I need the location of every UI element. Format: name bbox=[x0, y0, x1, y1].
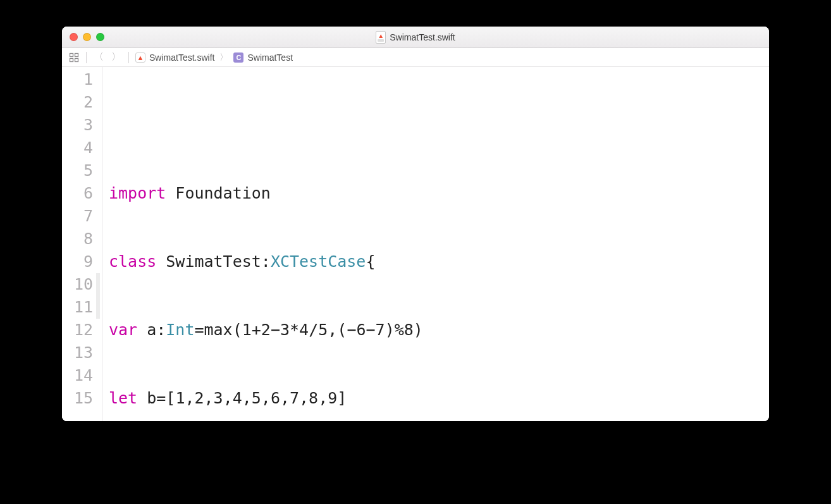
code-editor[interactable]: 1 2 3 4 5 6 7 8 9 10 11 12 13 14 15 impo… bbox=[62, 67, 769, 421]
code-line[interactable]: let b=[1,2,3,4,5,6,7,8,9] bbox=[109, 387, 769, 410]
line-number: 13 bbox=[62, 341, 102, 364]
zoom-button[interactable] bbox=[96, 33, 104, 41]
back-button[interactable]: 〈 bbox=[90, 51, 107, 65]
code-area[interactable]: import Foundation class SwimatTest:XCTes… bbox=[102, 67, 769, 421]
divider bbox=[128, 52, 129, 63]
code-line[interactable]: var a:Int=max(1+2−3*4/5,(−6−7)%8) bbox=[109, 319, 769, 341]
svg-rect-0 bbox=[70, 53, 73, 56]
titlebar[interactable]: ▲ SwimatTest.swift bbox=[62, 27, 769, 48]
current-line-highlight bbox=[96, 296, 100, 319]
line-number: 14 bbox=[62, 364, 102, 387]
svg-rect-2 bbox=[70, 58, 73, 61]
current-line-highlight bbox=[96, 273, 100, 296]
window-title-text: SwimatTest.swift bbox=[390, 32, 455, 42]
forward-button[interactable]: 〉 bbox=[108, 51, 125, 65]
divider bbox=[86, 52, 87, 63]
line-number: 3 bbox=[62, 114, 102, 137]
window-controls bbox=[70, 33, 104, 41]
breadcrumb-file[interactable]: ▲ SwimatTest.swift bbox=[133, 52, 217, 63]
breadcrumb-symbol[interactable]: C SwimatTest bbox=[231, 52, 295, 63]
line-number: 9 bbox=[62, 250, 102, 273]
line-number: 4 bbox=[62, 137, 102, 159]
breadcrumb-label: SwimatTest bbox=[247, 52, 293, 63]
breadcrumb-label: SwimatTest.swift bbox=[149, 52, 214, 63]
line-number: 15 bbox=[62, 387, 102, 410]
class-icon: C bbox=[233, 52, 243, 63]
line-number: 12 bbox=[62, 319, 102, 341]
chevron-right-icon: 〉 bbox=[111, 51, 121, 64]
line-number-gutter: 1 2 3 4 5 6 7 8 9 10 11 12 13 14 15 bbox=[62, 67, 102, 421]
line-number: 1 bbox=[62, 68, 102, 91]
code-line[interactable]: class SwimatTest:XCTestCase{ bbox=[109, 250, 769, 273]
chevron-right-icon: 〉 bbox=[218, 52, 230, 63]
line-number: 6 bbox=[62, 182, 102, 205]
related-items-button[interactable] bbox=[66, 51, 82, 65]
minimize-button[interactable] bbox=[83, 33, 91, 41]
chevron-left-icon: 〈 bbox=[94, 51, 104, 64]
editor-window: ▲ SwimatTest.swift 〈 〉 ▲ SwimatTest.swif… bbox=[62, 27, 769, 421]
svg-rect-3 bbox=[75, 58, 78, 61]
line-number: 5 bbox=[62, 159, 102, 182]
window-title: ▲ SwimatTest.swift bbox=[62, 27, 769, 47]
swift-file-icon: ▲ bbox=[135, 52, 145, 63]
line-number: 2 bbox=[62, 91, 102, 114]
line-number: 8 bbox=[62, 228, 102, 250]
swift-file-icon: ▲ bbox=[376, 31, 386, 44]
jump-bar: 〈 〉 ▲ SwimatTest.swift 〉 C SwimatTest bbox=[62, 48, 769, 67]
close-button[interactable] bbox=[70, 33, 78, 41]
svg-rect-1 bbox=[75, 53, 78, 56]
line-number: 7 bbox=[62, 205, 102, 228]
code-line[interactable]: import Foundation bbox=[109, 182, 769, 205]
